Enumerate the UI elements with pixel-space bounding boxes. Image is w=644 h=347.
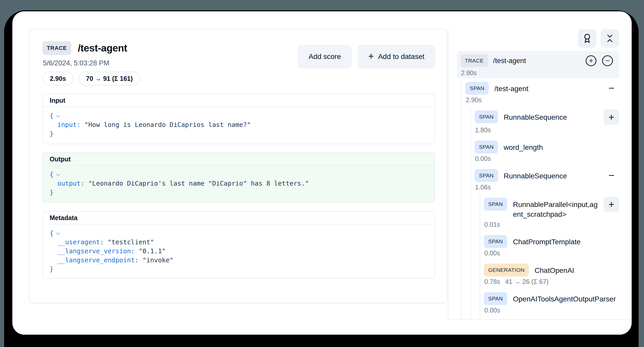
add-to-dataset-button[interactable]: + Add to dataset	[357, 45, 435, 68]
trace-type-badge: TRACE	[42, 41, 71, 55]
json-line: }	[50, 129, 428, 138]
observation-token-usage: 41 → 26 (Σ 67)	[505, 278, 548, 285]
json-line: }	[50, 188, 428, 197]
json-line: __useragent: "testclient"	[50, 238, 428, 247]
observation-label: ChatPromptTemplate	[513, 235, 580, 247]
tree-row-runnablesequence[interactable]: SPANRunnableSequence−1.06s	[448, 169, 619, 191]
observation-duration: 0.78s41 → 26 (Σ 67)	[484, 278, 619, 285]
json-line: __langserve_version: "0.1.1"	[50, 247, 428, 256]
observation-type-badge: GENERATION	[484, 264, 529, 276]
chevron-down-icon[interactable]	[56, 111, 60, 120]
observation-label: OpenAIToolsAgentOutputParser	[513, 292, 616, 304]
collapse-node-icon[interactable]: −	[609, 169, 619, 181]
screen: TRACE /test-agent Add score + Add to dat…	[0, 0, 644, 347]
observation-type-badge: SPAN	[475, 110, 498, 123]
output-panel-title: Output	[43, 153, 434, 166]
trace-detail-card: TRACE /test-agent Add score + Add to dat…	[29, 29, 447, 303]
chevron-down-icon[interactable]	[56, 170, 60, 179]
metadata-panel: Metadata { __useragent: "testclient" __l…	[42, 211, 435, 279]
expand-node-button[interactable]: +	[604, 109, 619, 125]
tree-row-runnableparallel-input-agent-scratchpad[interactable]: SPANRunnableParallel<input,agent_scratch…	[448, 198, 619, 228]
trace-duration: 2.90s	[460, 69, 615, 77]
annotate-button[interactable]	[578, 29, 596, 48]
trace-tree-root-row[interactable]: TRACE /test-agent + − 2.90s	[457, 51, 619, 78]
observation-duration: 2.90s	[465, 96, 619, 104]
plus-icon: +	[368, 51, 374, 61]
collapse-view-button[interactable]	[601, 29, 619, 48]
expand-node-button[interactable]: +	[604, 197, 619, 212]
observation-label: RunnableSequence	[504, 169, 567, 181]
add-score-button[interactable]: Add score	[298, 45, 352, 68]
json-line: {	[50, 111, 428, 120]
trace-title-row: TRACE /test-agent	[42, 41, 127, 55]
observation-type-badge: SPAN	[475, 169, 498, 182]
metadata-panel-title: Metadata	[43, 212, 434, 224]
trace-stat-pills: 2.90s 70 → 91 (Σ 161)	[42, 72, 140, 85]
observation-duration: 1.06s	[475, 184, 619, 191]
award-icon	[582, 33, 592, 43]
chevron-down-icon[interactable]	[56, 229, 60, 238]
metadata-json-viewer[interactable]: { __useragent: "testclient" __langserve_…	[43, 224, 434, 278]
observation-label: /test-agent	[494, 82, 528, 94]
tree-row-runnablesequence[interactable]: SPANRunnableSequence+1.80s	[448, 110, 619, 134]
json-line: __langserve_endpoint: "invoke"	[50, 256, 428, 265]
tree-row-chatprompttemplate[interactable]: SPANChatPromptTemplate0.00s	[448, 235, 619, 257]
json-line: {	[50, 170, 428, 179]
output-panel: Output { output: "Leonardo DiCaprio's la…	[42, 152, 435, 203]
trace-row-icons: + −	[586, 55, 613, 66]
collapse-all-icon[interactable]: −	[602, 55, 613, 66]
observation-type-badge: SPAN	[484, 198, 507, 211]
observation-duration: 0.00s	[475, 155, 619, 162]
input-panel-title: Input	[43, 94, 434, 107]
input-json-viewer[interactable]: { input: "How long is Leonardo DiCaprios…	[43, 107, 434, 142]
observation-duration: 0.01s	[484, 221, 619, 228]
output-json-viewer[interactable]: { output: "Leonardo DiCaprio's last name…	[43, 166, 434, 201]
observation-tree: SPAN/test-agent−2.90sSPANRunnableSequenc…	[448, 82, 619, 321]
observation-duration: 1.80s	[475, 126, 619, 134]
observation-label: RunnableParallel<input,agent_scratchpad>	[513, 198, 598, 219]
token-usage-pill: 70 → 91 (Σ 161)	[79, 72, 140, 85]
page-title: /test-agent	[78, 42, 127, 54]
tree-row-word-length[interactable]: SPANword_length0.00s	[448, 141, 619, 162]
collapse-node-icon[interactable]: −	[609, 82, 619, 94]
observation-duration: 0.00s	[484, 249, 619, 257]
tree-row-test-agent[interactable]: SPAN/test-agent−2.90s	[448, 82, 619, 104]
json-line: {	[50, 229, 428, 238]
input-panel: Input { input: "How long is Leonardo DiC…	[42, 94, 435, 144]
trace-row-title: /test-agent	[493, 57, 526, 65]
json-line: }	[50, 265, 428, 274]
trace-timestamp: 5/6/2024, 5:03:28 PM	[43, 59, 109, 67]
observation-type-badge: SPAN	[465, 82, 489, 95]
observation-label: ChatOpenAI	[534, 264, 574, 275]
observation-label: RunnableSequence	[504, 110, 598, 122]
observation-label: word_length	[504, 141, 543, 152]
tree-row-openaitoolsagentoutputparser[interactable]: SPANOpenAIToolsAgentOutputParser0.00s	[448, 292, 619, 314]
latency-pill: 2.90s	[42, 72, 74, 85]
chevrons-down-up-icon	[605, 33, 615, 43]
add-to-dataset-label: Add to dataset	[378, 53, 424, 61]
trace-actions: Add score + Add to dataset	[298, 45, 435, 68]
tree-row-chatopenai[interactable]: GENERATIONChatOpenAI0.78s41 → 26 (Σ 67)	[448, 264, 619, 285]
expand-all-icon[interactable]: +	[586, 55, 596, 66]
json-line: input: "How long is Leonardo DiCaprios l…	[50, 120, 428, 129]
observation-type-badge: SPAN	[475, 141, 498, 153]
observation-type-badge: SPAN	[484, 235, 507, 248]
observation-duration: 0.00s	[484, 307, 619, 314]
add-score-label: Add score	[309, 53, 341, 61]
trace-badge: TRACE	[460, 54, 488, 67]
json-line: output: "Leonardo DiCaprio's last name "…	[50, 179, 428, 188]
observation-type-badge: SPAN	[484, 292, 507, 305]
